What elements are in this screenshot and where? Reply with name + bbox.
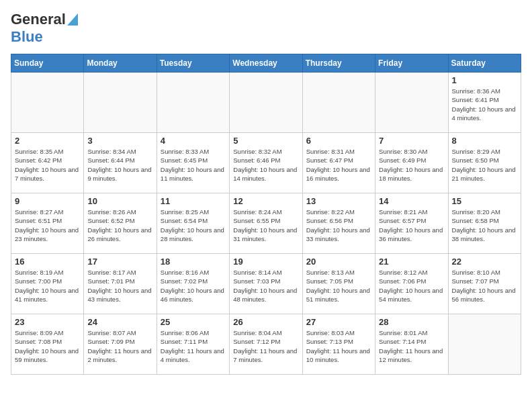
day-cell-15: 15Sunrise: 8:20 AM Sunset: 6:58 PM Dayli…: [448, 193, 521, 254]
day-cell-20: 20Sunrise: 8:13 AM Sunset: 7:05 PM Dayli…: [302, 254, 375, 314]
weekday-header-wednesday: Wednesday: [230, 54, 302, 73]
day-info: Sunrise: 8:20 AM Sunset: 6:58 PM Dayligh…: [452, 208, 517, 243]
day-cell-26: 26Sunrise: 8:04 AM Sunset: 7:12 PM Dayli…: [230, 314, 302, 375]
day-info: Sunrise: 8:36 AM Sunset: 6:41 PM Dayligh…: [452, 87, 517, 122]
day-info: Sunrise: 8:26 AM Sunset: 6:52 PM Dayligh…: [87, 208, 152, 243]
day-cell-2: 2Sunrise: 8:35 AM Sunset: 6:42 PM Daylig…: [11, 133, 84, 193]
day-info: Sunrise: 8:21 AM Sunset: 6:57 PM Dayligh…: [379, 208, 444, 243]
day-cell-3: 3Sunrise: 8:34 AM Sunset: 6:44 PM Daylig…: [84, 133, 157, 193]
day-number: 12: [233, 196, 298, 206]
day-cell-28: 28Sunrise: 8:01 AM Sunset: 7:14 PM Dayli…: [375, 314, 448, 375]
day-info: Sunrise: 8:19 AM Sunset: 7:00 PM Dayligh…: [15, 268, 80, 304]
day-number: 2: [15, 136, 80, 146]
day-number: 1: [452, 75, 517, 85]
day-cell-22: 22Sunrise: 8:10 AM Sunset: 7:07 PM Dayli…: [448, 254, 521, 314]
day-number: 8: [452, 136, 517, 146]
day-number: 11: [161, 196, 226, 206]
day-info: Sunrise: 8:27 AM Sunset: 6:51 PM Dayligh…: [15, 208, 80, 243]
day-number: 15: [452, 196, 517, 206]
day-number: 25: [161, 317, 226, 327]
day-cell-16: 16Sunrise: 8:19 AM Sunset: 7:00 PM Dayli…: [11, 254, 84, 314]
day-number: 14: [379, 196, 444, 206]
page-header: General Blue: [11, 11, 521, 46]
day-info: Sunrise: 8:10 AM Sunset: 7:07 PM Dayligh…: [452, 268, 517, 304]
day-info: Sunrise: 8:13 AM Sunset: 7:05 PM Dayligh…: [306, 268, 371, 304]
weekday-header-saturday: Saturday: [448, 54, 521, 73]
day-cell-5: 5Sunrise: 8:32 AM Sunset: 6:46 PM Daylig…: [230, 133, 302, 193]
empty-cell: [448, 314, 521, 375]
day-number: 17: [87, 257, 152, 267]
day-info: Sunrise: 8:25 AM Sunset: 6:54 PM Dayligh…: [161, 208, 226, 243]
day-info: Sunrise: 8:35 AM Sunset: 6:42 PM Dayligh…: [15, 147, 80, 183]
day-info: Sunrise: 8:33 AM Sunset: 6:45 PM Dayligh…: [161, 147, 226, 183]
logo: General Blue: [11, 11, 78, 46]
logo-general-text: General: [11, 11, 66, 28]
day-cell-6: 6Sunrise: 8:31 AM Sunset: 6:47 PM Daylig…: [302, 133, 375, 193]
week-row-5: 23Sunrise: 8:09 AM Sunset: 7:08 PM Dayli…: [11, 314, 521, 375]
day-number: 6: [306, 136, 371, 146]
day-info: Sunrise: 8:12 AM Sunset: 7:06 PM Dayligh…: [379, 268, 444, 304]
day-cell-1: 1Sunrise: 8:36 AM Sunset: 6:41 PM Daylig…: [448, 73, 521, 133]
week-row-4: 16Sunrise: 8:19 AM Sunset: 7:00 PM Dayli…: [11, 254, 521, 314]
weekday-header-row: SundayMondayTuesdayWednesdayThursdayFrid…: [11, 54, 521, 73]
day-cell-10: 10Sunrise: 8:26 AM Sunset: 6:52 PM Dayli…: [84, 193, 157, 254]
day-number: 16: [15, 257, 80, 267]
day-info: Sunrise: 8:14 AM Sunset: 7:03 PM Dayligh…: [233, 268, 298, 304]
day-number: 18: [161, 257, 226, 267]
day-number: 13: [306, 196, 371, 206]
day-number: 10: [87, 196, 152, 206]
empty-cell: [157, 73, 229, 133]
day-cell-9: 9Sunrise: 8:27 AM Sunset: 6:51 PM Daylig…: [11, 193, 84, 254]
day-info: Sunrise: 8:30 AM Sunset: 6:49 PM Dayligh…: [379, 147, 444, 183]
weekday-header-sunday: Sunday: [11, 54, 84, 73]
day-cell-24: 24Sunrise: 8:07 AM Sunset: 7:09 PM Dayli…: [84, 314, 157, 375]
day-info: Sunrise: 8:16 AM Sunset: 7:02 PM Dayligh…: [161, 268, 226, 304]
day-info: Sunrise: 8:32 AM Sunset: 6:46 PM Dayligh…: [233, 147, 298, 183]
day-number: 7: [379, 136, 444, 146]
day-cell-17: 17Sunrise: 8:17 AM Sunset: 7:01 PM Dayli…: [84, 254, 157, 314]
day-info: Sunrise: 8:29 AM Sunset: 6:50 PM Dayligh…: [452, 147, 517, 183]
weekday-header-tuesday: Tuesday: [157, 54, 229, 73]
day-cell-14: 14Sunrise: 8:21 AM Sunset: 6:57 PM Dayli…: [375, 193, 448, 254]
day-info: Sunrise: 8:01 AM Sunset: 7:14 PM Dayligh…: [379, 328, 444, 364]
day-number: 23: [15, 317, 80, 327]
day-number: 4: [161, 136, 226, 146]
week-row-3: 9Sunrise: 8:27 AM Sunset: 6:51 PM Daylig…: [11, 193, 521, 254]
day-number: 20: [306, 257, 371, 267]
day-cell-18: 18Sunrise: 8:16 AM Sunset: 7:02 PM Dayli…: [157, 254, 229, 314]
weekday-header-thursday: Thursday: [302, 54, 375, 73]
day-cell-7: 7Sunrise: 8:30 AM Sunset: 6:49 PM Daylig…: [375, 133, 448, 193]
day-number: 26: [233, 317, 298, 327]
empty-cell: [375, 73, 448, 133]
calendar-table: SundayMondayTuesdayWednesdayThursdayFrid…: [11, 54, 521, 375]
day-number: 5: [233, 136, 298, 146]
week-row-1: 1Sunrise: 8:36 AM Sunset: 6:41 PM Daylig…: [11, 73, 521, 133]
day-info: Sunrise: 8:31 AM Sunset: 6:47 PM Dayligh…: [306, 147, 371, 183]
logo-arrow-icon: [67, 11, 78, 28]
day-number: 19: [233, 257, 298, 267]
weekday-header-friday: Friday: [375, 54, 448, 73]
day-number: 3: [87, 136, 152, 146]
day-cell-4: 4Sunrise: 8:33 AM Sunset: 6:45 PM Daylig…: [157, 133, 229, 193]
day-number: 28: [379, 317, 444, 327]
day-info: Sunrise: 8:24 AM Sunset: 6:55 PM Dayligh…: [233, 208, 298, 243]
day-number: 21: [379, 257, 444, 267]
empty-cell: [84, 73, 157, 133]
day-cell-27: 27Sunrise: 8:03 AM Sunset: 7:13 PM Dayli…: [302, 314, 375, 375]
day-info: Sunrise: 8:04 AM Sunset: 7:12 PM Dayligh…: [233, 328, 298, 364]
day-info: Sunrise: 8:17 AM Sunset: 7:01 PM Dayligh…: [87, 268, 152, 304]
day-info: Sunrise: 8:34 AM Sunset: 6:44 PM Dayligh…: [87, 147, 152, 183]
day-number: 9: [15, 196, 80, 206]
day-cell-25: 25Sunrise: 8:06 AM Sunset: 7:11 PM Dayli…: [157, 314, 229, 375]
empty-cell: [302, 73, 375, 133]
week-row-2: 2Sunrise: 8:35 AM Sunset: 6:42 PM Daylig…: [11, 133, 521, 193]
logo-blue-text: Blue: [11, 28, 43, 45]
day-cell-21: 21Sunrise: 8:12 AM Sunset: 7:06 PM Dayli…: [375, 254, 448, 314]
day-info: Sunrise: 8:22 AM Sunset: 6:56 PM Dayligh…: [306, 208, 371, 243]
weekday-header-monday: Monday: [84, 54, 157, 73]
empty-cell: [230, 73, 302, 133]
day-info: Sunrise: 8:03 AM Sunset: 7:13 PM Dayligh…: [306, 328, 371, 364]
day-cell-8: 8Sunrise: 8:29 AM Sunset: 6:50 PM Daylig…: [448, 133, 521, 193]
day-info: Sunrise: 8:06 AM Sunset: 7:11 PM Dayligh…: [161, 328, 226, 364]
day-cell-13: 13Sunrise: 8:22 AM Sunset: 6:56 PM Dayli…: [302, 193, 375, 254]
